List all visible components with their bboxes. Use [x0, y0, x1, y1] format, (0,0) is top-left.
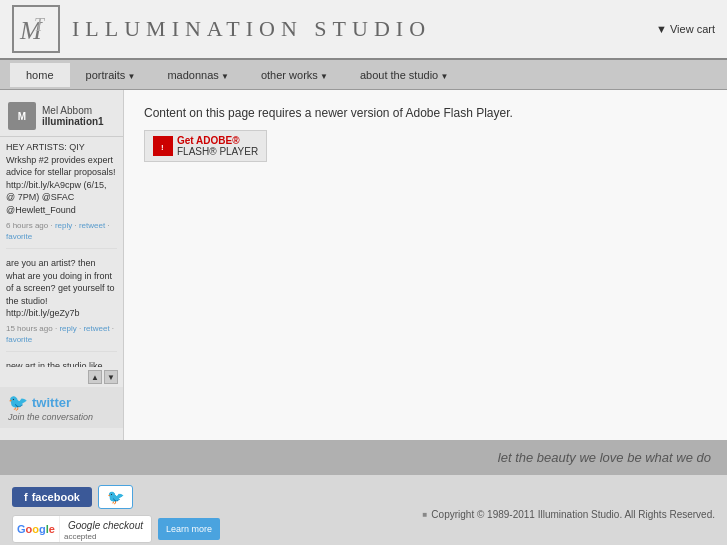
- social-row: f facebook 🐦: [12, 485, 220, 509]
- google-checkout-badge[interactable]: Google Google checkout accepted: [12, 515, 152, 543]
- svg-text:T: T: [34, 15, 46, 35]
- flash-icon: !: [153, 136, 173, 156]
- tweet-3: new art in the studio like you've never …: [6, 360, 117, 367]
- tweet-feed: HEY ARTISTS: QIY Wrkshp #2 provides expe…: [0, 137, 123, 367]
- checkout-label: Google checkout accepted: [59, 516, 151, 543]
- tweet-2: are you an artist? then what are you doi…: [6, 257, 117, 352]
- main-nav: home portraits madonnas other works abou…: [0, 60, 727, 90]
- checkout-text: Google checkout: [64, 520, 147, 531]
- content-area: Content on this page requires a newer ve…: [124, 90, 727, 440]
- nav-item-madonnas[interactable]: madonnas: [151, 63, 245, 87]
- sidebar-scroll: ▲ ▼: [0, 367, 123, 387]
- flash-player-text: FLASH® PLAYER: [177, 146, 258, 157]
- view-cart-link[interactable]: ▼ View cart: [656, 23, 715, 35]
- twitter-profile: M Mel Abbom illumination1: [0, 96, 123, 137]
- footer: f facebook 🐦 Google Google checkout acce…: [0, 475, 727, 545]
- nav-item-home[interactable]: home: [10, 63, 70, 87]
- flash-notice: Content on this page requires a newer ve…: [144, 106, 707, 120]
- twitter-icon: 🐦: [107, 489, 124, 505]
- facebook-icon: f: [24, 491, 28, 503]
- tweet-3-text: new art in the studio like you've never …: [6, 360, 117, 367]
- nav-item-portraits[interactable]: portraits: [70, 63, 152, 87]
- profile-handle: illumination1: [42, 116, 104, 127]
- twitter-button[interactable]: 🐦: [98, 485, 133, 509]
- learn-more-button[interactable]: Learn more: [158, 518, 220, 540]
- studio-name: ILLUMINATION STUDIO: [72, 16, 431, 42]
- header-logo: M T ILLUMINATION STUDIO: [12, 5, 431, 53]
- avatar: M: [8, 102, 36, 130]
- reply-link-2[interactable]: reply: [59, 324, 76, 333]
- tweet-1-meta: 6 hours ago · reply · retweet · favorite: [6, 220, 117, 242]
- favorite-link-1[interactable]: favorite: [6, 232, 32, 241]
- quote-bar: let the beauty we love be what we do: [0, 440, 727, 475]
- scroll-up-btn[interactable]: ▲: [88, 370, 102, 384]
- tweet-1-text: HEY ARTISTS: QIY Wrkshp #2 provides expe…: [6, 141, 117, 217]
- svg-text:!: !: [161, 143, 164, 152]
- twitter-logo: 🐦 twitter: [8, 393, 115, 412]
- twitter-bird-icon: 🐦: [8, 393, 28, 412]
- header: M T ILLUMINATION STUDIO ▼ View cart: [0, 0, 727, 60]
- join-conversation-text: Join the conversation: [8, 412, 115, 422]
- footer-left: f facebook 🐦 Google Google checkout acce…: [12, 485, 220, 543]
- footer-copyright: Copyright © 1989-2011 Illumination Studi…: [423, 509, 715, 520]
- scroll-down-btn[interactable]: ▼: [104, 370, 118, 384]
- tweet-2-meta: 15 hours ago · reply · retweet · favorit…: [6, 323, 117, 345]
- google-g-logo: Google: [13, 521, 59, 537]
- twitter-wordmark: twitter: [32, 395, 71, 410]
- nav-item-other-works[interactable]: other works: [245, 63, 344, 87]
- facebook-label: facebook: [32, 491, 80, 503]
- tweet-2-text: are you an artist? then what are you doi…: [6, 257, 117, 320]
- reply-link-1[interactable]: reply: [55, 221, 72, 230]
- flash-badge[interactable]: ! Get ADOBE® FLASH® PLAYER: [144, 130, 267, 162]
- favorite-link-2[interactable]: favorite: [6, 335, 32, 344]
- accepted-text: accepted: [64, 532, 147, 541]
- profile-name: Mel Abbom: [42, 105, 104, 116]
- nav-item-about-studio[interactable]: about the studio: [344, 63, 464, 87]
- twitter-footer: 🐦 twitter Join the conversation: [0, 387, 123, 428]
- logo-mark: M T: [12, 5, 60, 53]
- google-checkout-row: Google Google checkout accepted Learn mo…: [12, 515, 220, 543]
- flash-get-text: Get ADOBE®: [177, 135, 258, 146]
- profile-info: Mel Abbom illumination1: [42, 105, 104, 127]
- tweet-1: HEY ARTISTS: QIY Wrkshp #2 provides expe…: [6, 141, 117, 249]
- retweet-link-1[interactable]: retweet: [79, 221, 105, 230]
- sidebar: M Mel Abbom illumination1 HEY ARTISTS: Q…: [0, 90, 124, 440]
- quote-text: let the beauty we love be what we do: [498, 450, 711, 465]
- retweet-link-2[interactable]: retweet: [83, 324, 109, 333]
- flash-badge-text: Get ADOBE® FLASH® PLAYER: [177, 135, 258, 157]
- main-area: M Mel Abbom illumination1 HEY ARTISTS: Q…: [0, 90, 727, 440]
- facebook-button[interactable]: f facebook: [12, 487, 92, 507]
